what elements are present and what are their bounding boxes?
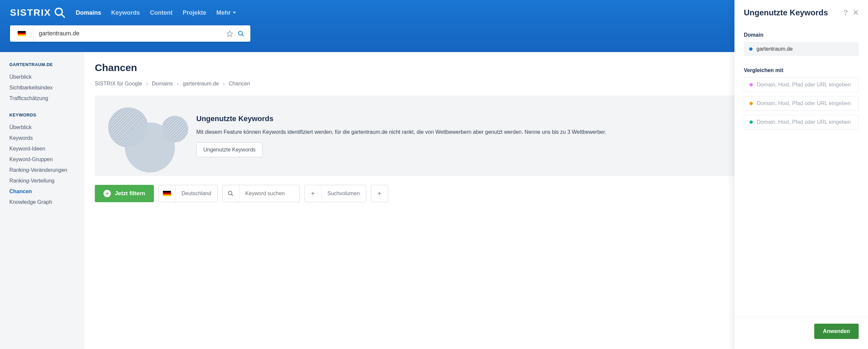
plus-icon: + xyxy=(371,185,388,202)
sidebar: GARTENTRAUM.DE Überblick Sichtbarkeitsin… xyxy=(0,52,84,349)
search-icon xyxy=(228,191,234,196)
sidebar-item-visibility[interactable]: Sichtbarkeitsindex xyxy=(9,83,75,93)
color-dot-icon xyxy=(749,121,753,124)
panel-domain-field xyxy=(744,42,859,56)
panel-title: Ungenutzte Keywords xyxy=(744,8,844,18)
panel-domain-label: Domain xyxy=(744,32,859,38)
add-filter[interactable]: + xyxy=(371,185,388,202)
panel-compare-field-1 xyxy=(744,77,859,92)
nav-more[interactable]: Mehr xyxy=(216,9,236,17)
logo-text: SISTRIX xyxy=(10,7,51,18)
breadcrumb-item[interactable]: gartentraum.de xyxy=(183,81,219,87)
sidebar-item-ranking-changes[interactable]: Ranking-Veränderungen xyxy=(9,165,75,176)
domain-search-input[interactable] xyxy=(33,25,220,42)
svg-point-0 xyxy=(55,8,62,15)
color-dot-icon xyxy=(749,47,752,51)
country-selector[interactable] xyxy=(10,25,33,42)
svg-point-5 xyxy=(228,191,232,195)
sidebar-section-domain: GARTENTRAUM.DE xyxy=(9,62,75,67)
panel-compare-label: Vergleichen mit xyxy=(744,67,859,73)
search-volume-label: Suchvolumen xyxy=(321,191,366,196)
star-icon[interactable] xyxy=(226,30,233,37)
sidebar-item-ranking-dist[interactable]: Ranking-Verteilung xyxy=(9,176,75,186)
svg-point-3 xyxy=(239,31,243,35)
search-submit-icon[interactable] xyxy=(238,30,244,37)
keyword-search-input[interactable] xyxy=(239,191,300,196)
sidebar-item-kw-overview[interactable]: Überblick xyxy=(9,122,75,133)
panel-domain-input[interactable] xyxy=(756,46,853,52)
venn-illustration xyxy=(105,104,185,167)
flag-de-icon xyxy=(18,31,26,36)
filter-now-button[interactable]: + Jetzt filtern xyxy=(95,185,154,202)
main-nav: Domains Keywords Content Projekte Mehr xyxy=(76,9,236,17)
nav-keywords[interactable]: Keywords xyxy=(111,9,140,17)
nav-projekte[interactable]: Projekte xyxy=(183,9,206,17)
sidebar-item-knowledge-graph[interactable]: Knowledge Graph xyxy=(9,197,75,208)
breadcrumb-item[interactable]: Domains xyxy=(152,81,173,87)
breadcrumb-item[interactable]: SISTRIX für Google xyxy=(95,81,142,87)
domain-search xyxy=(10,25,250,42)
chevron-right-icon: › xyxy=(177,81,179,87)
close-icon[interactable]: ✕ xyxy=(852,8,859,17)
nav-content[interactable]: Content xyxy=(150,9,173,17)
country-filter[interactable]: Deutschland xyxy=(159,185,218,202)
nav-more-label: Mehr xyxy=(216,9,231,17)
breadcrumb-item: Chancen xyxy=(229,81,250,87)
svg-line-4 xyxy=(242,34,244,36)
breadcrumb: SISTRIX für Google › Domains › gartentra… xyxy=(95,81,250,87)
plus-circle-icon: + xyxy=(103,190,111,197)
panel-compare-field-2 xyxy=(744,96,859,111)
side-panel: Ungenutzte Keywords ? ✕ Domain Vergleich… xyxy=(735,0,868,349)
flag-de-icon xyxy=(163,191,171,196)
svg-marker-2 xyxy=(227,31,233,36)
chevron-right-icon: › xyxy=(223,81,225,87)
panel-compare-input-3[interactable] xyxy=(757,119,853,125)
unused-keywords-button[interactable]: Ungenutzte Keywords xyxy=(196,142,263,157)
panel-compare-input-1[interactable] xyxy=(757,82,853,88)
sidebar-item-kw-list[interactable]: Keywords xyxy=(9,133,75,144)
apply-button[interactable]: Anwenden xyxy=(814,324,859,339)
logo[interactable]: SISTRIX xyxy=(10,7,66,19)
color-dot-icon xyxy=(749,102,753,105)
svg-line-1 xyxy=(61,14,65,18)
nav-domains[interactable]: Domains xyxy=(76,9,101,17)
chevron-down-icon xyxy=(233,12,236,14)
panel-compare-input-2[interactable] xyxy=(757,100,853,106)
keyword-search-filter xyxy=(222,185,300,202)
country-filter-label: Deutschland xyxy=(176,191,217,196)
sidebar-item-kw-ideas[interactable]: Keyword-Ideen xyxy=(9,144,75,154)
search-volume-filter[interactable]: + Suchvolumen xyxy=(305,185,366,202)
help-icon[interactable]: ? xyxy=(844,8,848,17)
sidebar-item-kw-groups[interactable]: Keyword-Gruppen xyxy=(9,154,75,165)
panel-compare-field-3 xyxy=(744,115,859,129)
sidebar-item-overview[interactable]: Überblick xyxy=(9,72,75,83)
sidebar-item-chances[interactable]: Chancen xyxy=(9,186,75,197)
svg-line-6 xyxy=(231,194,233,196)
sidebar-item-traffic[interactable]: Trafficschätzung xyxy=(9,93,75,104)
filter-button-label: Jetzt filtern xyxy=(115,190,145,197)
color-dot-icon xyxy=(749,83,753,87)
sidebar-section-keywords: KEYWORDS xyxy=(9,113,75,118)
chevron-right-icon: › xyxy=(146,81,148,87)
search-icon xyxy=(54,7,66,19)
plus-icon: + xyxy=(305,185,321,202)
